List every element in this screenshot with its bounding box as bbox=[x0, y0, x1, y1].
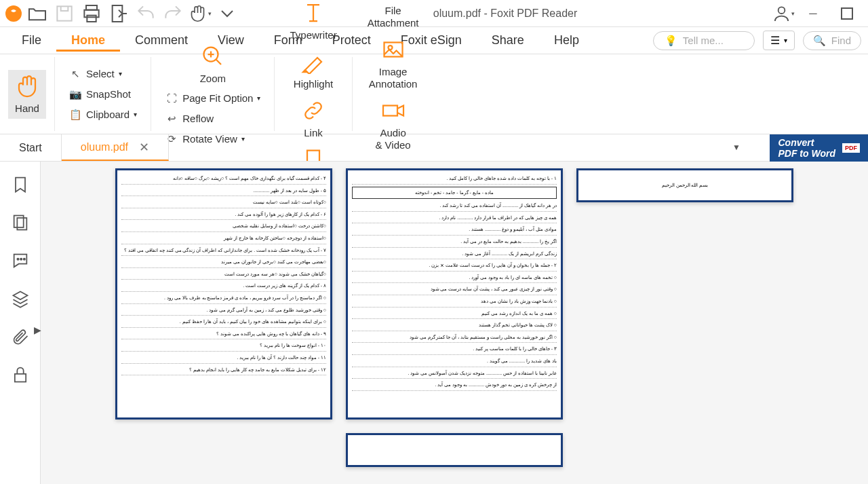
comments-panel-icon[interactable] bbox=[11, 251, 30, 270]
tab-document[interactable]: oluum.pdf✕ bbox=[62, 134, 169, 161]
cursor-icon: ↖ bbox=[68, 67, 82, 81]
minimize-icon[interactable]: ─ bbox=[797, 3, 829, 24]
clipboard-tool[interactable]: 📋Clipboard ▾ bbox=[63, 105, 142, 124]
redo-icon[interactable] bbox=[161, 3, 184, 24]
svg-rect-5 bbox=[113, 5, 123, 22]
svg-rect-1 bbox=[57, 6, 71, 20]
attachments-panel-icon[interactable] bbox=[11, 327, 30, 346]
video-icon bbox=[381, 98, 406, 123]
user-icon[interactable]: ▾ bbox=[772, 3, 795, 24]
ribbon: Hand ↖Select ▾ 📷SnapShot 📋Clipboard ▾ Zo… bbox=[0, 54, 868, 134]
sidebar-toggle-icon[interactable]: ▶ bbox=[34, 324, 41, 335]
svg-point-16 bbox=[17, 259, 18, 260]
maximize-icon[interactable] bbox=[831, 3, 863, 24]
bulb-icon: 💡 bbox=[665, 35, 677, 47]
tell-me-search[interactable]: 💡 Tell me... bbox=[653, 31, 755, 50]
menu-home[interactable]: Home bbox=[56, 29, 120, 52]
svg-rect-19 bbox=[14, 374, 25, 382]
svg-point-0 bbox=[7, 7, 20, 20]
convert-banner[interactable]: ConvertPDF to Word PDF bbox=[770, 134, 868, 162]
tab-start[interactable]: Start bbox=[0, 134, 62, 161]
image-icon bbox=[381, 37, 406, 62]
hand-dropdown-icon[interactable]: ▾ bbox=[189, 3, 212, 24]
reflow-tool[interactable]: ↩Reflow bbox=[159, 109, 266, 128]
fit-icon: ⛶ bbox=[165, 92, 178, 105]
svg-rect-13 bbox=[383, 105, 397, 115]
print-icon[interactable] bbox=[80, 3, 103, 24]
reflow-icon: ↩ bbox=[165, 112, 178, 126]
link-icon bbox=[301, 98, 326, 123]
close-tab-icon[interactable]: ✕ bbox=[139, 140, 149, 155]
highlight-icon bbox=[301, 50, 326, 74]
zoom-tool[interactable]: Zoom bbox=[193, 40, 233, 89]
camera-icon: 📷 bbox=[68, 88, 82, 101]
pdf-page-2: ۴ - کدام قسمت گیاه برای نگهداری خاک مهم … bbox=[115, 168, 332, 420]
image-annotation-tool[interactable]: Image Annotation bbox=[362, 33, 425, 94]
find-input[interactable]: 🔍 Find bbox=[803, 31, 861, 50]
snapshot-tool[interactable]: 📷SnapShot bbox=[63, 85, 142, 104]
document-canvas[interactable]: ۴ - کدام قسمت گیاه برای نگهداری خاک مهم … bbox=[41, 162, 868, 484]
hand-tool[interactable]: Hand bbox=[8, 70, 46, 119]
security-panel-icon[interactable] bbox=[11, 365, 30, 384]
svg-rect-7 bbox=[842, 8, 852, 19]
zoom-icon bbox=[201, 44, 225, 69]
app-icon bbox=[5, 5, 22, 22]
undo-icon[interactable] bbox=[134, 3, 157, 24]
svg-rect-4 bbox=[87, 15, 96, 21]
typewriter-icon bbox=[301, 1, 326, 25]
hand-icon bbox=[15, 74, 39, 98]
menubar: File Home Comment View Form Protect Foxi… bbox=[0, 27, 868, 54]
help-lines-icon[interactable]: ☰▾ bbox=[763, 31, 795, 50]
clipboard-icon: 📋 bbox=[68, 108, 82, 122]
sidebar: ▶ bbox=[0, 162, 41, 484]
pages-panel-icon[interactable] bbox=[11, 213, 30, 232]
menu-help[interactable]: Help bbox=[539, 29, 594, 52]
menu-file[interactable]: File bbox=[7, 29, 56, 52]
pdf-icon: PDF bbox=[842, 143, 860, 153]
file-attachment-tool[interactable]: File Attachment bbox=[361, 0, 426, 33]
typewriter-tool[interactable]: Typewriter bbox=[283, 0, 343, 45]
file-attach-icon bbox=[381, 0, 406, 1]
bookmarks-panel-icon[interactable] bbox=[11, 175, 30, 194]
pdf-page-1: ۱ - با توجه به کلمات داده شده جاهای خالی… bbox=[346, 168, 563, 420]
titlebar: ▾ oluum.pdf - Foxit PDF Reader ▾ ─ bbox=[0, 0, 868, 27]
menu-comment[interactable]: Comment bbox=[120, 29, 203, 52]
svg-point-18 bbox=[23, 259, 24, 260]
menu-share[interactable]: Share bbox=[477, 29, 539, 52]
select-tool[interactable]: ↖Select ▾ bbox=[63, 64, 142, 83]
page-fit-tool[interactable]: ⛶Page Fit Option ▾ bbox=[159, 89, 266, 108]
pdf-page-4 bbox=[346, 433, 563, 467]
pdf-page-3: بسم الله الرحمن الرحیم bbox=[576, 168, 793, 202]
svg-point-6 bbox=[778, 7, 785, 14]
search-icon: 🔍 bbox=[813, 35, 826, 47]
svg-point-17 bbox=[20, 259, 22, 260]
tabbar: Start oluum.pdf✕ ▼ ConvertPDF to Word PD… bbox=[0, 134, 868, 162]
highlight-tool[interactable]: Highlight bbox=[287, 45, 340, 94]
tab-dropdown-icon[interactable]: ▼ bbox=[732, 143, 741, 152]
export-icon[interactable] bbox=[107, 3, 130, 24]
save-icon[interactable] bbox=[53, 3, 76, 24]
open-icon[interactable] bbox=[26, 3, 49, 24]
layers-panel-icon[interactable] bbox=[11, 289, 30, 308]
more-icon[interactable] bbox=[216, 3, 239, 24]
